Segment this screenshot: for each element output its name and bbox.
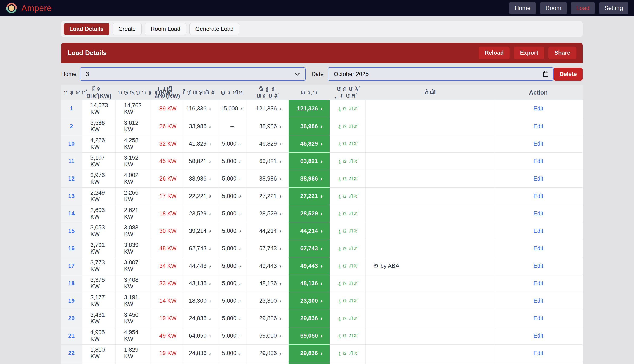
cell-amount_paid: 23,300 ៛ xyxy=(246,292,288,310)
cell-room: 14 xyxy=(61,205,82,222)
edit-link[interactable]: Edit xyxy=(533,123,543,130)
cell-room: 10 xyxy=(61,135,82,152)
cell-note xyxy=(365,135,494,152)
nav-button-load[interactable]: Load xyxy=(571,2,595,14)
cell-status: រួចរាល់ xyxy=(330,344,365,362)
table-row: 104,226 KW4,258 KW32 KW41,829 ៛5,000 ៛46… xyxy=(61,135,583,152)
cell-current_kw: 3,408 KW xyxy=(116,274,151,292)
cell-total: 67,743 ៛ xyxy=(288,240,330,257)
cell-cost: 33,986 ៛ xyxy=(184,118,218,135)
tab-generate-load[interactable]: Generate Load xyxy=(190,23,239,35)
cell-garbage: 5,000 ៛ xyxy=(218,240,246,257)
edit-link[interactable]: Edit xyxy=(533,228,543,234)
cell-used_kw: 32 KW xyxy=(151,135,184,152)
cell-amount_paid: 29,836 ៛ xyxy=(246,310,288,327)
cell-old_kw: 3,791 KW xyxy=(82,240,116,257)
date-input[interactable]: October 2025 xyxy=(328,67,554,81)
cell-cost: 22,221 ៛ xyxy=(184,187,218,205)
cell-garbage: -- xyxy=(218,118,246,135)
edit-link[interactable]: Edit xyxy=(533,298,543,304)
edit-link[interactable]: Edit xyxy=(533,263,543,269)
table-row: 233,066 KW3,096 KW30 KW39,214 ៛5,000 ៛44… xyxy=(61,362,583,364)
cell-amount_paid: 67,743 ៛ xyxy=(246,240,288,257)
cell-amount_paid: 44,214 ៛ xyxy=(246,362,288,364)
cell-room: 2 xyxy=(61,118,82,135)
edit-link[interactable]: Edit xyxy=(533,350,543,356)
table-row: 142,603 KW2,621 KW18 KW23,529 ៛5,000 ៛28… xyxy=(61,205,583,222)
column-header-3: ប្រើអស់(KW) xyxy=(151,85,184,100)
nav-button-room[interactable]: Room xyxy=(540,2,567,14)
cell-room: 21 xyxy=(61,327,82,344)
nav-button-home[interactable]: Home xyxy=(509,2,536,14)
edit-link[interactable]: Edit xyxy=(533,193,543,199)
cell-old_kw: 3,066 KW xyxy=(82,362,116,364)
cell-cost: 24,836 ៛ xyxy=(184,310,218,327)
cell-room: 16 xyxy=(61,240,82,257)
cell-action: Edit xyxy=(494,257,583,274)
cell-status: រួចរាល់ xyxy=(330,310,365,327)
cell-action: Edit xyxy=(494,170,583,187)
cell-current_kw: 3,612 KW xyxy=(116,118,151,135)
edit-link[interactable]: Edit xyxy=(533,315,543,322)
cell-total: 63,821 ៛ xyxy=(288,152,330,170)
cell-used_kw: 18 KW xyxy=(151,205,184,222)
main-container: Load DetailsCreateRoom LoadGenerate Load… xyxy=(61,21,583,364)
export-button[interactable]: Export xyxy=(514,46,544,59)
cell-note xyxy=(365,362,494,364)
column-header-7: សរុប xyxy=(288,85,330,100)
table-row: 153,053 KW3,083 KW30 KW39,214 ៛5,000 ៛44… xyxy=(61,222,583,240)
edit-link[interactable]: Edit xyxy=(533,210,543,217)
reload-button[interactable]: Reload xyxy=(478,46,510,59)
tab-room-load[interactable]: Room Load xyxy=(145,23,186,35)
delete-button[interactable]: Delete xyxy=(554,68,583,81)
cell-used_kw: 14 KW xyxy=(151,292,184,310)
cell-amount_paid: 121,336 ៛ xyxy=(246,100,288,118)
cell-used_kw: 19 KW xyxy=(151,310,184,327)
edit-link[interactable]: Edit xyxy=(533,176,543,182)
panel-title: Load Details xyxy=(68,49,107,57)
cell-action: Edit xyxy=(494,292,583,310)
cell-garbage: 15,000 ៛ xyxy=(218,100,246,118)
cell-status: រួចរាល់ xyxy=(330,187,365,205)
cell-status: រួចរាល់ xyxy=(330,240,365,257)
cell-status: រួចរាល់ xyxy=(330,152,365,170)
cell-total: 28,529 ៛ xyxy=(288,205,330,222)
cell-action: Edit xyxy=(494,274,583,292)
home-select[interactable]: 3 xyxy=(80,67,306,81)
cell-room: 1 xyxy=(61,100,82,118)
ampere-logo-icon xyxy=(6,2,18,14)
cell-note xyxy=(365,187,494,205)
tab-create[interactable]: Create xyxy=(113,23,142,35)
cell-current_kw: 3,807 KW xyxy=(116,257,151,274)
cell-old_kw: 3,976 KW xyxy=(82,170,116,187)
cell-room: 12 xyxy=(61,170,82,187)
cell-room: 18 xyxy=(61,274,82,292)
cell-amount_paid: 69,050 ៛ xyxy=(246,327,288,344)
edit-link[interactable]: Edit xyxy=(533,332,543,339)
cell-garbage: 5,000 ៛ xyxy=(218,292,246,310)
cell-used_kw: 33 KW xyxy=(151,274,184,292)
edit-link[interactable]: Edit xyxy=(533,158,543,164)
cell-note xyxy=(365,292,494,310)
cell-garbage: 5,000 ៛ xyxy=(218,257,246,274)
nav-button-setting[interactable]: Setting xyxy=(599,2,628,14)
cell-amount_paid: 28,529 ៛ xyxy=(246,205,288,222)
cell-note xyxy=(365,327,494,344)
edit-link[interactable]: Edit xyxy=(533,245,543,252)
edit-link[interactable]: Edit xyxy=(533,105,543,112)
date-label: Date xyxy=(312,71,324,78)
edit-link[interactable]: Edit xyxy=(533,140,543,147)
cell-room: 19 xyxy=(61,292,82,310)
edit-link[interactable]: Edit xyxy=(533,280,543,286)
table-row: 114,673 KW14,762 KW89 KW116,336 ៛15,000 … xyxy=(61,100,583,118)
cell-garbage: 5,000 ៛ xyxy=(218,274,246,292)
tab-load-details[interactable]: Load Details xyxy=(64,23,110,35)
table-row: 214,905 KW4,954 KW49 KW64,050 ៛5,000 ៛69… xyxy=(61,327,583,344)
cell-used_kw: 49 KW xyxy=(151,327,184,344)
calendar-icon xyxy=(543,71,548,77)
cell-current_kw: 2,266 KW xyxy=(116,187,151,205)
table-header-row: បន្ទប់ខែចាស់(KW)បច្ចុប្បន្ន(KW)ប្រើអស់(K… xyxy=(61,85,583,100)
share-button[interactable]: Share xyxy=(548,46,576,59)
load-table: បន្ទប់ខែចាស់(KW)បច្ចុប្បន្ន(KW)ប្រើអស់(K… xyxy=(61,85,583,364)
cell-garbage: 5,000 ៛ xyxy=(218,187,246,205)
